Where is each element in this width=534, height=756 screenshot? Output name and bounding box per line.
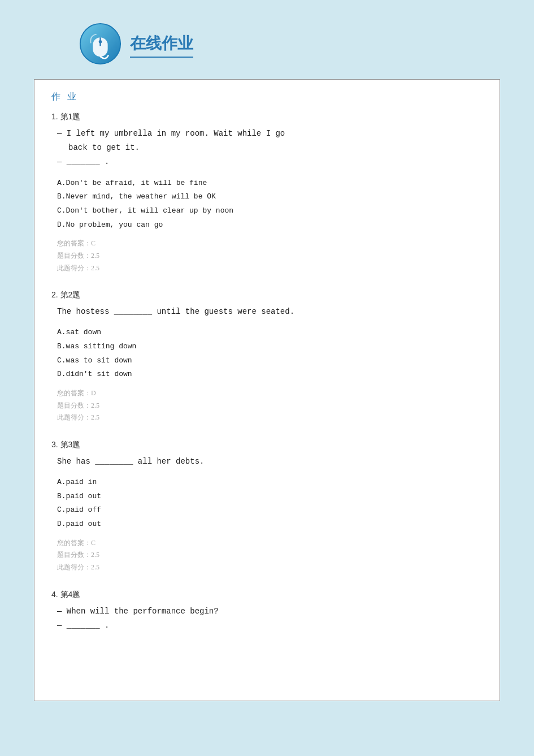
question-3: 3. 第3题 She has ________ all her debts. A…: [51, 440, 483, 574]
your-answer: 您的答案：C: [57, 537, 483, 550]
got-score: 此题得分：2.5: [57, 412, 483, 424]
option-item: A.paid in: [57, 476, 483, 490]
section-title: 作 业: [51, 91, 483, 103]
question-3-answer: 您的答案：C 题目分数：2.5 此题得分：2.5: [51, 537, 483, 574]
option-item: B.was sitting down: [57, 340, 483, 354]
option-item: D.paid out: [57, 517, 483, 532]
question-1: 1. 第1题 — I left my umbrella in my room. …: [51, 112, 483, 274]
question-3-options: A.paid in B.paid out C.paid off D.paid o…: [51, 476, 483, 532]
question-2-answer: 您的答案：D 题目分数：2.5 此题得分：2.5: [51, 387, 483, 424]
question-1-number: 1. 第1题: [51, 112, 483, 122]
question-2-options: A.sat down B.was sitting down C.was to s…: [51, 326, 483, 382]
logo-container: [79, 23, 124, 68]
question-1-answer: 您的答案：C 题目分数：2.5 此题得分：2.5: [51, 237, 483, 274]
score: 题目分数：2.5: [57, 400, 483, 412]
question-2-number: 2. 第2题: [51, 290, 483, 300]
question-4-text: — When will the performance begin? — ___…: [51, 604, 483, 633]
your-answer: 您的答案：C: [57, 237, 483, 250]
question-4: 4. 第4题 — When will the performance begin…: [51, 590, 483, 633]
question-1-text: — I left my umbrella in my room. Wait wh…: [51, 127, 483, 170]
got-score: 此题得分：2.5: [57, 561, 483, 574]
question-3-text: She has ________ all her debts.: [51, 455, 483, 469]
option-item: B.Never mind, the weather will be OK: [57, 190, 483, 204]
option-item: A.sat down: [57, 326, 483, 340]
question-2: 2. 第2题 The hostess ________ until the gu…: [51, 290, 483, 424]
header: 在线作业: [34, 23, 500, 68]
got-score: 此题得分：2.5: [57, 262, 483, 275]
logo-icon: [79, 23, 121, 65]
question-1-options: A.Don't be afraid, it will be fine B.Nev…: [51, 176, 483, 232]
option-item: D.didn't sit down: [57, 368, 483, 382]
score: 题目分数：2.5: [57, 549, 483, 561]
option-item: A.Don't be afraid, it will be fine: [57, 176, 483, 191]
svg-point-3: [99, 40, 102, 44]
content-box: 作 业 1. 第1题 — I left my umbrella in my ro…: [34, 79, 500, 701]
question-3-number: 3. 第3题: [51, 440, 483, 450]
option-item: C.Don't bother, it will clear up by noon: [57, 204, 483, 218]
page-wrapper: 在线作业 作 业 1. 第1题 — I left my umbrella in …: [0, 11, 534, 712]
question-2-text: The hostess ________ until the guests we…: [51, 305, 483, 319]
option-item: D.No problem, you can go: [57, 218, 483, 232]
score: 题目分数：2.5: [57, 250, 483, 262]
option-item: C.was to sit down: [57, 354, 483, 368]
option-item: B.paid out: [57, 490, 483, 504]
your-answer: 您的答案：D: [57, 387, 483, 400]
option-item: C.paid off: [57, 503, 483, 517]
header-title: 在线作业: [130, 33, 193, 58]
question-4-number: 4. 第4题: [51, 590, 483, 600]
